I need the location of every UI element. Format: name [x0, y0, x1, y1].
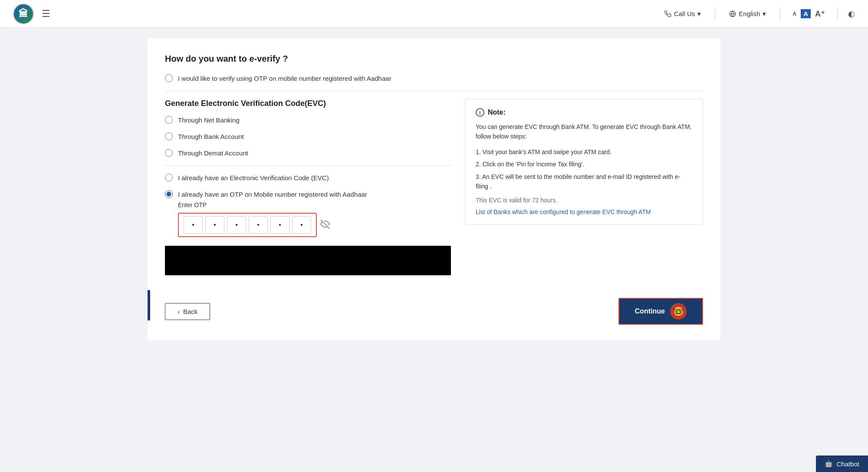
- already-otp-option[interactable]: I already have an OTP on Mobile number r…: [165, 190, 451, 198]
- net-banking-label: Through Net Banking: [178, 116, 240, 124]
- otp-cell-1[interactable]: [184, 216, 203, 234]
- back-button[interactable]: ‹ Back: [165, 303, 210, 320]
- net-banking-radio[interactable]: [165, 116, 173, 124]
- font-large-button[interactable]: A⁺: [813, 8, 827, 20]
- already-evc-radio[interactable]: [165, 174, 173, 182]
- otp-cell-6[interactable]: [292, 216, 311, 234]
- otp-cell-3[interactable]: [227, 216, 246, 234]
- demat-account-option[interactable]: Through Demat Account: [165, 149, 451, 157]
- hamburger-icon[interactable]: ☰: [42, 8, 50, 20]
- continue-button[interactable]: Continue 🤓: [618, 298, 703, 325]
- font-medium-button[interactable]: A: [801, 9, 811, 18]
- page-title: How do you want to e-verify ?: [165, 54, 703, 64]
- toggle-visibility-icon[interactable]: [320, 219, 330, 231]
- net-banking-option[interactable]: Through Net Banking: [165, 116, 451, 124]
- note-validity: This EVC is valid for 72 hours.: [476, 197, 692, 204]
- header: 🏛 ☰ Call Us ▾ English ▾ A A A⁺: [0, 0, 868, 28]
- otp-input-wrapper: [178, 213, 451, 237]
- back-arrow-icon: ‹: [178, 308, 180, 315]
- continue-label: Continue: [635, 307, 665, 315]
- chatbot-avatar: 🤓: [670, 303, 687, 320]
- banks-list-link[interactable]: List of Banks which are configured to ge…: [476, 208, 651, 215]
- bank-account-label: Through Bank Account: [178, 133, 244, 140]
- two-col-layout: Generate Electronic Verification Code(EV…: [165, 99, 703, 275]
- evc-heading: Generate Electronic Verification Code(EV…: [165, 99, 451, 108]
- left-accent-bar: [148, 290, 150, 320]
- otp-cell-2[interactable]: [205, 216, 224, 234]
- already-otp-radio[interactable]: [165, 190, 173, 198]
- header-left: 🏛 ☰: [13, 3, 50, 24]
- chatbot-label: Chatbot: [836, 460, 859, 468]
- font-small-button[interactable]: A: [791, 10, 798, 18]
- otp-label: Enter OTP: [178, 201, 451, 208]
- bottom-row: ‹ Back Continue 🤓: [165, 291, 703, 325]
- language-label: English: [739, 10, 760, 17]
- aadhaar-otp-option[interactable]: I would like to verify using OTP on mobi…: [165, 74, 703, 82]
- language-chevron: ▾: [763, 10, 766, 18]
- info-icon: i: [476, 108, 484, 117]
- phone-icon: [664, 10, 671, 17]
- contrast-button[interactable]: ◐: [848, 9, 855, 19]
- already-otp-label: I already have an OTP on Mobile number r…: [178, 191, 367, 198]
- main-wrapper: How do you want to e-verify ? I would li…: [130, 28, 738, 358]
- aadhaar-otp-radio[interactable]: [165, 74, 173, 82]
- demat-account-label: Through Demat Account: [178, 149, 248, 157]
- left-column: Generate Electronic Verification Code(EV…: [165, 99, 451, 275]
- right-column: i Note: You can generate EVC through Ban…: [465, 99, 703, 225]
- separator-2: [165, 165, 451, 166]
- header-right: Call Us ▾ English ▾ A A A⁺ ◐: [661, 7, 855, 21]
- note-step-3: 3. An EVC will be sent to the mobile num…: [476, 171, 692, 193]
- back-label: Back: [183, 308, 197, 315]
- separator-1: [165, 91, 703, 91]
- note-box: i Note: You can generate EVC through Ban…: [465, 99, 703, 225]
- header-divider-2: [780, 7, 780, 21]
- evc-options: Through Net Banking Through Bank Account…: [165, 116, 451, 157]
- otp-cell-4[interactable]: [249, 216, 268, 234]
- bank-account-option[interactable]: Through Bank Account: [165, 132, 451, 140]
- header-divider: [715, 7, 715, 21]
- aadhaar-otp-label: I would like to verify using OTP on mobi…: [178, 75, 391, 82]
- note-header: i Note:: [476, 108, 692, 117]
- otp-area: Enter OTP: [178, 201, 451, 237]
- font-controls: A A A⁺: [791, 8, 827, 20]
- call-us-label: Call Us: [674, 10, 695, 17]
- note-heading: Note:: [488, 109, 506, 116]
- note-step-2: 2. Click on the 'Pin for Income Tax fili…: [476, 158, 692, 170]
- otp-input-box: [178, 213, 317, 237]
- language-button[interactable]: English ▾: [726, 8, 769, 20]
- already-evc-option[interactable]: I already have an Electronic Verificatio…: [165, 174, 451, 182]
- logo: 🏛: [13, 3, 34, 24]
- bank-account-radio[interactable]: [165, 132, 173, 140]
- redacted-content: [165, 246, 451, 275]
- demat-account-radio[interactable]: [165, 149, 173, 157]
- header-divider-3: [837, 7, 838, 21]
- already-evc-label: I already have an Electronic Verificatio…: [178, 174, 329, 182]
- call-us-button[interactable]: Call Us ▾: [661, 8, 704, 20]
- chatbot-icon: 🤖: [825, 460, 833, 468]
- chatbot-tab[interactable]: 🤖 Chatbot: [816, 455, 868, 472]
- note-step-1: 1. Visit your bank's ATM and swipe your …: [476, 146, 692, 158]
- content-area: How do you want to e-verify ? I would li…: [148, 38, 720, 340]
- globe-icon: [729, 10, 736, 17]
- otp-cell-5[interactable]: [270, 216, 289, 234]
- call-us-chevron: ▾: [697, 10, 701, 18]
- note-steps: 1. Visit your bank's ATM and swipe your …: [476, 146, 692, 193]
- note-intro: You can generate EVC through Bank ATM. T…: [476, 122, 692, 142]
